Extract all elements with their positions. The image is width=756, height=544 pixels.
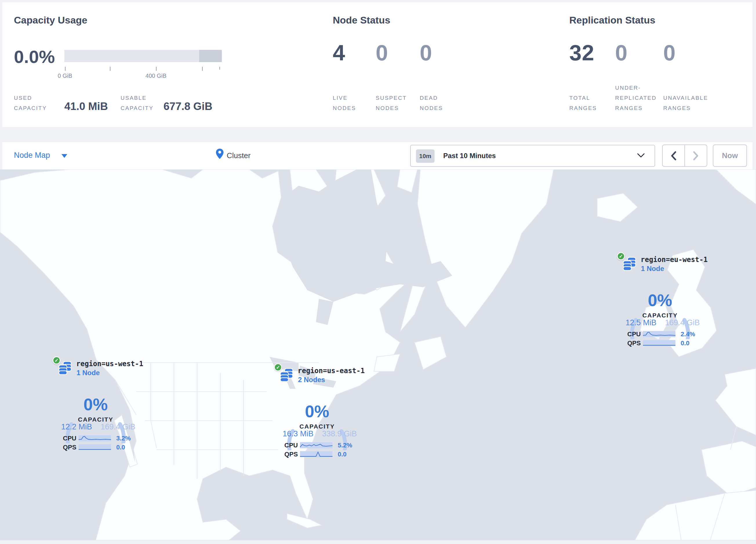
cpu-label: CPU: [627, 331, 641, 338]
database-stack-icon: [623, 257, 637, 272]
capacity-label: CAPACITY: [615, 312, 705, 319]
chevron-left-icon: [671, 151, 677, 160]
region-badge-eu-west-1[interactable]: ✓ region=eu-west-1 1 Node 0% CAPACITY 12…: [615, 255, 708, 351]
region-badge-us-west-1[interactable]: ✓ region=us-west-1 1 Node 0% CAPACITY 12…: [51, 359, 143, 455]
cpu-row: CPU 5.2%: [272, 442, 365, 449]
now-button[interactable]: Now: [713, 144, 747, 167]
cpu-row: CPU 3.2%: [51, 435, 143, 442]
capacity-usage-bar-nonusable: [199, 50, 222, 62]
qps-value: 0.0: [338, 451, 347, 458]
cpu-sparkline: [300, 442, 332, 449]
unavailable-ranges-label: UNAVAILABLE RANGES: [663, 93, 708, 113]
dead-nodes-count: 0: [420, 40, 432, 65]
region-name: region=us-east-1: [298, 367, 365, 375]
region-name: region=eu-west-1: [641, 255, 708, 264]
qps-sparkline: [79, 444, 111, 451]
qps-row: QPS 0.0: [615, 340, 708, 347]
time-step-control: [662, 144, 707, 167]
view-selector-node-map[interactable]: Node Map: [14, 151, 50, 160]
suspect-nodes-count: 0: [376, 40, 388, 65]
cpu-label: CPU: [284, 442, 298, 449]
axis-tick-label: 400 GiB: [139, 72, 173, 79]
usable-capacity: 338.9 GiB: [316, 429, 357, 438]
database-stack-icon: [58, 361, 72, 376]
qps-value: 0.0: [116, 444, 125, 451]
axis-tick: [65, 67, 66, 71]
total-ranges-label: TOTAL RANGES: [569, 93, 597, 113]
used-capacity: 12.2 MiB: [61, 423, 92, 431]
live-nodes-label: LIVE NODES: [333, 93, 356, 113]
region-node-count[interactable]: 1 Node: [641, 264, 664, 273]
usable-capacity: 169.4 GiB: [659, 318, 700, 327]
cpu-value: 2.4%: [681, 331, 695, 338]
node-status-title: Node Status: [333, 14, 390, 26]
time-range-dropdown[interactable]: 10m Past 10 Minutes: [410, 145, 655, 167]
used-capacity-label: USED CAPACITY: [14, 93, 47, 113]
node-map-canvas[interactable]: [0, 169, 756, 540]
qps-label: QPS: [627, 340, 641, 347]
usable-capacity: 169.4 GiB: [94, 423, 135, 431]
axis-tick-label: 0 GiB: [48, 72, 82, 79]
capacity-percent: 0%: [51, 395, 141, 414]
capacity-percent: 0%: [272, 402, 362, 421]
capacity-label: CAPACITY: [272, 423, 362, 430]
under-replicated-label: UNDER- REPLICATED RANGES: [615, 83, 657, 113]
capacity-percent: 0%: [615, 291, 705, 310]
chevron-right-icon: [693, 151, 699, 160]
database-stack-icon: [280, 368, 294, 383]
qps-label: QPS: [63, 444, 76, 451]
unavailable-ranges-count: 0: [663, 40, 676, 65]
breadcrumb-cluster[interactable]: Cluster: [227, 151, 250, 160]
dead-nodes-label: DEAD NODES: [420, 93, 443, 113]
time-range-badge: 10m: [416, 149, 435, 163]
axis-tick: [219, 67, 220, 70]
live-nodes-count: 4: [333, 40, 345, 65]
map-toolbar: Node Map Cluster 10m Past 10 Minutes: [2, 142, 753, 169]
used-capacity: 16.3 MiB: [283, 429, 314, 438]
region-node-count[interactable]: 1 Node: [77, 369, 100, 377]
cpu-sparkline: [643, 331, 675, 338]
chevron-down-icon: [61, 154, 67, 158]
usable-capacity-value: 677.8 GiB: [163, 100, 212, 113]
capacity-label: CAPACITY: [51, 416, 141, 423]
capacity-usage-bar: [64, 50, 222, 62]
cluster-overview-page: Capacity Usage 0.0% 0 GiB 400 GiB USED C…: [0, 0, 756, 544]
world-map: [0, 169, 756, 540]
location-pin-icon: [216, 148, 223, 159]
qps-row: QPS 0.0: [272, 451, 365, 458]
axis-tick: [202, 67, 203, 71]
total-ranges-count: 32: [569, 40, 595, 65]
cpu-row: CPU 2.4%: [615, 331, 708, 338]
axis-tick: [110, 67, 110, 71]
used-capacity-value: 41.0 MiB: [64, 100, 108, 113]
region-node-count[interactable]: 2 Nodes: [298, 376, 325, 384]
axis-tick: [156, 67, 157, 71]
replication-status-title: Replication Status: [569, 14, 655, 26]
time-step-forward-button[interactable]: [684, 145, 707, 166]
qps-sparkline: [643, 340, 675, 347]
cpu-value: 3.2%: [116, 435, 131, 442]
time-range-label: Past 10 Minutes: [443, 145, 496, 166]
cpu-value: 5.2%: [338, 442, 352, 449]
cluster-summary-bar: Capacity Usage 0.0% 0 GiB 400 GiB USED C…: [2, 2, 753, 127]
qps-sparkline: [300, 451, 332, 458]
qps-label: QPS: [284, 451, 298, 458]
qps-value: 0.0: [681, 340, 690, 347]
under-replicated-count: 0: [615, 40, 628, 65]
capacity-usage-percent: 0.0%: [14, 46, 55, 67]
cpu-label: CPU: [63, 435, 76, 442]
qps-row: QPS 0.0: [51, 444, 143, 451]
time-step-back-button[interactable]: [663, 145, 685, 166]
suspect-nodes-label: SUSPECT NODES: [376, 93, 407, 113]
used-capacity: 12.5 MiB: [626, 318, 657, 327]
capacity-usage-title: Capacity Usage: [14, 14, 87, 26]
region-badge-us-east-1[interactable]: ✓ region=us-east-1 2 Nodes 0% CAPACITY 1…: [272, 366, 365, 462]
cpu-sparkline: [79, 435, 111, 442]
chevron-down-icon: [637, 153, 645, 158]
usable-capacity-label: USABLE CAPACITY: [121, 93, 154, 113]
region-name: region=us-west-1: [76, 360, 143, 368]
